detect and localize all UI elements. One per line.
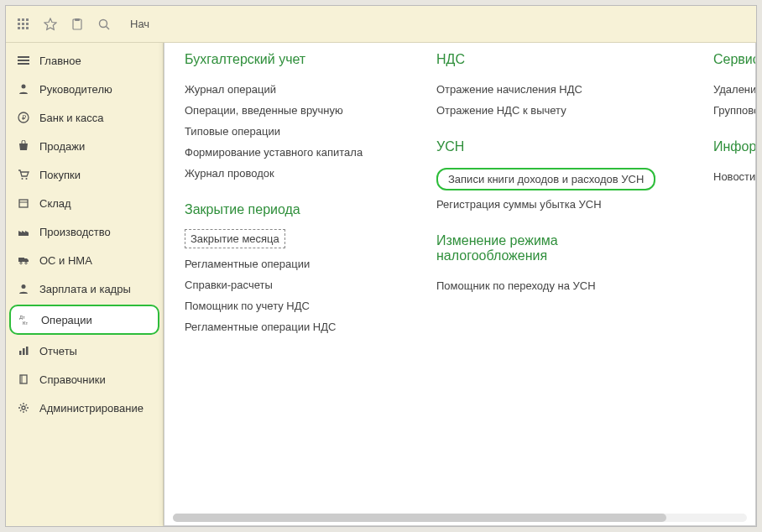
body: Главное Руководителю ₽ Банк и касса Прод… xyxy=(6,43,756,526)
sidebar-item-purchases[interactable]: Покупки xyxy=(6,160,163,189)
content: × × Бухгалтерский учет Журнал операций xyxy=(164,43,756,526)
section-title: Изменение режима налогообложения xyxy=(436,233,671,263)
link-nds-routine-ops[interactable]: Регламентные операции НДС xyxy=(185,316,394,337)
sidebar-item-main[interactable]: Главное xyxy=(6,46,163,75)
section-title: Бухгалтерский учет xyxy=(185,52,394,67)
sidebar-item-bank[interactable]: ₽ Банк и касса xyxy=(6,103,163,132)
popup-body: Бухгалтерский учет Журнал операций Опера… xyxy=(164,44,755,525)
sidebar-label: Продажи xyxy=(39,140,85,153)
svg-point-20 xyxy=(26,178,28,180)
sidebar-item-production[interactable]: Производство xyxy=(6,217,163,246)
section-info: Информация Новости xyxy=(713,139,755,187)
svg-rect-8 xyxy=(26,27,29,29)
link-group-change[interactable]: Групповое пе xyxy=(713,100,755,121)
svg-rect-0 xyxy=(18,18,20,21)
svg-rect-13 xyxy=(18,56,29,58)
clipboard-icon[interactable] xyxy=(66,13,88,35)
svg-rect-23 xyxy=(18,258,24,262)
link-usn-book-records[interactable]: Записи книги доходов и расходов УСН xyxy=(436,168,655,190)
sidebar-item-catalogs[interactable]: Справочники xyxy=(6,365,163,394)
tab-title[interactable]: Нач xyxy=(130,18,149,30)
user-icon xyxy=(14,283,33,295)
section-title: Информация xyxy=(713,139,755,154)
menu-icon xyxy=(14,55,33,66)
sidebar-label: Руководителю xyxy=(39,83,112,96)
svg-rect-14 xyxy=(18,60,29,61)
link-nds-accrual[interactable]: Отражение начисления НДС xyxy=(436,79,671,100)
columns: Бухгалтерский учет Журнал операций Опера… xyxy=(185,52,755,517)
person-icon xyxy=(14,83,33,95)
column-2: НДС Отражение начисления НДС Отражение Н… xyxy=(436,52,671,517)
link-usn-loss-registration[interactable]: Регистрация суммы убытка УСН xyxy=(436,194,671,215)
svg-point-26 xyxy=(22,284,26,289)
svg-line-12 xyxy=(107,26,110,29)
svg-rect-4 xyxy=(22,23,24,25)
column-1: Бухгалтерский учет Журнал операций Опера… xyxy=(185,52,394,517)
link-delete-by[interactable]: Удаление по xyxy=(713,79,755,100)
scrollbar-thumb[interactable] xyxy=(173,514,666,522)
svg-point-19 xyxy=(22,178,23,180)
sidebar-item-hr[interactable]: Зарплата и кадры xyxy=(6,274,163,303)
sidebar-item-stock[interactable]: Склад xyxy=(6,189,163,217)
sidebar-item-reports[interactable]: Отчеты xyxy=(6,336,163,365)
ruble-icon: ₽ xyxy=(14,112,33,123)
app-frame: Нач Главное Руководителю ₽ Банк и касса … xyxy=(5,5,757,527)
link-manual-operations[interactable]: Операции, введенные вручную xyxy=(185,100,394,121)
apps-icon[interactable] xyxy=(13,13,34,35)
sidebar-item-sales[interactable]: Продажи xyxy=(6,132,163,160)
svg-point-24 xyxy=(20,262,22,263)
svg-rect-31 xyxy=(26,347,29,355)
svg-rect-3 xyxy=(18,23,20,25)
horizontal-scrollbar[interactable] xyxy=(173,514,747,522)
sidebar-label: Справочники xyxy=(39,373,106,386)
link-typical-operations[interactable]: Типовые операции xyxy=(185,121,394,142)
factory-icon xyxy=(14,226,33,237)
cart-icon xyxy=(14,169,33,180)
link-month-closing[interactable]: Закрытие месяца xyxy=(185,229,285,248)
link-entries-journal[interactable]: Журнал проводок xyxy=(185,163,394,184)
link-nds-assistant[interactable]: Помощник по учету НДС xyxy=(185,295,394,316)
star-icon[interactable] xyxy=(39,13,61,35)
section-title: НДС xyxy=(436,52,671,67)
svg-point-34 xyxy=(22,406,25,409)
truck-icon xyxy=(14,254,33,266)
svg-rect-15 xyxy=(18,63,29,65)
column-3: Сервис Удаление по Групповое пе Информац… xyxy=(713,52,755,517)
svg-rect-30 xyxy=(23,348,25,355)
link-news[interactable]: Новости xyxy=(713,166,755,187)
link-nds-deduction[interactable]: Отражение НДС к вычету xyxy=(436,100,671,121)
svg-rect-7 xyxy=(22,27,24,29)
sidebar-item-operations[interactable]: ДтКт Операции xyxy=(9,305,159,335)
svg-rect-5 xyxy=(26,23,29,25)
book-icon xyxy=(14,373,33,385)
sidebar-label: Склад xyxy=(39,197,71,210)
link-routine-operations[interactable]: Регламентные операции xyxy=(185,253,394,274)
bag-icon xyxy=(14,140,33,152)
sidebar-label: Отчеты xyxy=(39,345,77,357)
section-taxchange: Изменение режима налогообложения Помощни… xyxy=(436,233,671,296)
sidebar-item-assets[interactable]: ОС и НМА xyxy=(6,246,163,274)
link-reference-calculations[interactable]: Справки-расчеты xyxy=(185,274,394,295)
sidebar-label: Производство xyxy=(39,226,111,238)
sidebar-label: Покупки xyxy=(39,169,81,181)
svg-rect-32 xyxy=(20,375,27,383)
sidebar-label: Зарплата и кадры xyxy=(39,283,131,295)
operations-popup: × × Бухгалтерский учет Журнал операций xyxy=(164,43,756,526)
svg-rect-29 xyxy=(19,351,22,355)
sidebar-item-admin[interactable]: Администрирование xyxy=(6,394,163,422)
link-usn-transition-assistant[interactable]: Помощник по переходу на УСН xyxy=(436,275,671,296)
link-charter-capital[interactable]: Формирование уставного капитала xyxy=(185,142,394,163)
section-service: Сервис Удаление по Групповое пе xyxy=(713,52,755,121)
section-accounting: Бухгалтерский учет Журнал операций Опера… xyxy=(185,52,394,184)
svg-text:₽: ₽ xyxy=(22,114,26,122)
section-title: УСН xyxy=(436,139,671,154)
link-journal-operations[interactable]: Журнал операций xyxy=(185,79,394,100)
gear-icon xyxy=(14,402,33,414)
section-nds: НДС Отражение начисления НДС Отражение Н… xyxy=(436,52,671,121)
sidebar-label: Главное xyxy=(39,55,81,67)
svg-text:Кт: Кт xyxy=(23,321,28,326)
sidebar: Главное Руководителю ₽ Банк и касса Прод… xyxy=(6,43,164,526)
search-icon[interactable] xyxy=(93,13,115,35)
sidebar-item-manager[interactable]: Руководителю xyxy=(6,75,163,103)
topbar: Нач xyxy=(6,6,756,43)
